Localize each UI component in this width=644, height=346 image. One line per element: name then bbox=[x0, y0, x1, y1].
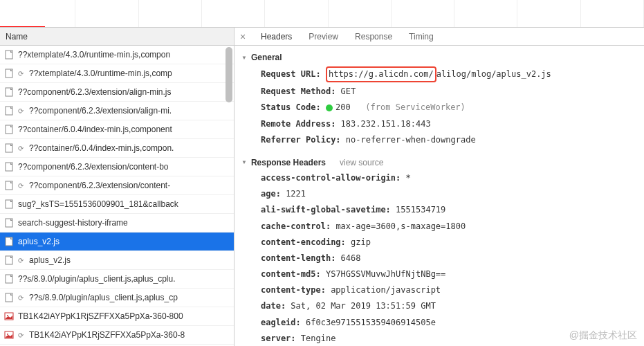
file-row[interactable]: ??xtemplate/4.3.0/runtime-min.js,compon bbox=[0, 46, 234, 64]
document-file-icon bbox=[4, 218, 14, 228]
reload-icon: ⟳ bbox=[18, 107, 26, 115]
response-header-row: age: 1221 bbox=[241, 186, 637, 202]
network-file-list-panel: Name ??xtemplate/4.3.0/runtime-min.js,co… bbox=[0, 28, 234, 346]
header-value: 1221 bbox=[281, 189, 306, 199]
header-value: 1551534719 bbox=[391, 205, 445, 215]
response-header-row: date: Sat, 02 Mar 2019 13:51:59 GMT bbox=[241, 298, 637, 314]
details-tab-bar: × HeadersPreviewResponseTiming bbox=[234, 28, 644, 46]
file-row[interactable]: ⟳??component/6.2.3/extension/align-mi. bbox=[0, 102, 234, 120]
file-label: aplus_v2.js bbox=[18, 237, 59, 246]
file-label: ??component/6.2.3/extension/align-mi. bbox=[29, 106, 172, 116]
header-value: 6468 bbox=[335, 253, 360, 263]
request-url-host-highlight: https://g.alicdn.com/ bbox=[326, 66, 436, 82]
document-file-icon bbox=[4, 69, 14, 78]
general-title: General bbox=[251, 53, 282, 62]
view-source-link[interactable]: view source bbox=[340, 158, 383, 167]
timeline-strip bbox=[0, 0, 644, 28]
header-key: eagleid: bbox=[261, 318, 301, 327]
response-header-row: eagleid: 6f0c3e9715515359406914505e bbox=[241, 315, 637, 331]
file-label: search-suggest-history-iframe bbox=[18, 218, 128, 228]
reload-icon: ⟳ bbox=[18, 257, 26, 264]
document-file-icon bbox=[4, 50, 14, 60]
file-label: ??s/8.9.0/plugin/aplus_client.js,aplus_c… bbox=[29, 293, 178, 302]
header-value: max-age=3600,s-maxage=1800 bbox=[331, 221, 466, 231]
tab-preview[interactable]: Preview bbox=[300, 28, 347, 46]
header-key: content-type: bbox=[261, 285, 326, 295]
file-row[interactable]: ??container/6.0.4/index-min.js,component bbox=[0, 120, 234, 139]
response-headers-header[interactable]: ▼ Response Headers view source bbox=[241, 155, 637, 170]
document-file-icon bbox=[4, 106, 14, 116]
file-row[interactable]: ⟳TB1K42iAYPpK1RjSZFFXXa5PpXa-360-8 bbox=[0, 326, 234, 345]
document-file-icon bbox=[4, 162, 14, 172]
header-key: ali-swift-global-savetime: bbox=[261, 205, 391, 215]
file-label: sug?_ksTS=1551536009901_181&callback bbox=[18, 199, 178, 209]
file-label: ??xtemplate/4.3.0/runtime-min.js,comp bbox=[29, 69, 172, 78]
response-header-row: content-length: 6468 bbox=[241, 251, 637, 266]
column-header-name[interactable]: Name bbox=[0, 28, 234, 46]
tab-headers[interactable]: Headers bbox=[252, 28, 300, 46]
file-row[interactable]: aplus_v2.js bbox=[0, 233, 234, 251]
document-file-icon bbox=[4, 255, 14, 265]
referrer-policy-row: Referrer Policy: no-referrer-when-downgr… bbox=[241, 132, 637, 148]
reload-icon: ⟳ bbox=[18, 182, 26, 190]
file-row[interactable]: TB1K42iAYPpK1RjSZFFXXa5PpXa-360-800 bbox=[0, 307, 234, 326]
document-file-icon bbox=[4, 125, 14, 134]
file-label: ??container/6.0.4/index-min.js,component bbox=[18, 125, 172, 134]
response-header-row: server: Tengine bbox=[241, 331, 637, 346]
file-row[interactable]: ??component/6.2.3/extension/align-min.js bbox=[0, 83, 234, 102]
document-file-icon bbox=[4, 143, 14, 153]
scrollbar-thumb[interactable] bbox=[226, 47, 232, 102]
image-file-icon bbox=[4, 330, 14, 340]
triangle-down-icon: ▼ bbox=[241, 159, 247, 165]
general-section: ▼ General Request URL: https://g.alicdn.… bbox=[241, 50, 637, 148]
header-key: content-length: bbox=[261, 253, 335, 263]
tab-timing[interactable]: Timing bbox=[401, 28, 442, 46]
file-list: ??xtemplate/4.3.0/runtime-min.js,compon⟳… bbox=[0, 46, 234, 346]
image-file-icon bbox=[4, 311, 14, 321]
file-label: ??component/6.2.3/extension/content-bo bbox=[18, 162, 169, 172]
header-key: age: bbox=[261, 189, 281, 199]
remote-address-row: Remote Address: 183.232.151.18:443 bbox=[241, 116, 637, 132]
file-row[interactable]: sug?_ksTS=1551536009901_181&callback bbox=[0, 195, 234, 214]
document-file-icon bbox=[4, 293, 14, 302]
svg-point-15 bbox=[7, 315, 8, 316]
response-headers-title: Response Headers bbox=[251, 158, 326, 167]
file-label: aplus_v2.js bbox=[29, 255, 71, 265]
reload-icon: ⟳ bbox=[18, 331, 26, 339]
document-file-icon bbox=[4, 181, 14, 190]
file-row[interactable]: ⟳??xtemplate/4.3.0/runtime-min.js,comp bbox=[0, 64, 234, 83]
request-details-panel: × HeadersPreviewResponseTiming ▼ General… bbox=[234, 28, 644, 346]
reload-icon: ⟳ bbox=[18, 70, 26, 78]
header-value: application/javascript bbox=[326, 285, 441, 295]
file-label: ??container/6.0.4/index-min.js,compon. bbox=[29, 143, 174, 153]
file-row[interactable]: ??component/6.2.3/extension/content-bo bbox=[0, 158, 234, 176]
file-row[interactable]: search-suggest-history-iframe bbox=[0, 214, 234, 233]
document-file-icon bbox=[4, 237, 14, 246]
triangle-down-icon: ▼ bbox=[241, 55, 247, 61]
svg-point-17 bbox=[7, 334, 8, 335]
file-label: ??component/6.2.3/extension/align-min.js bbox=[18, 87, 171, 97]
request-method-row: Request Method: GET bbox=[241, 84, 637, 100]
request-url-row: Request URL: https://g.alicdn.com/alilog… bbox=[241, 65, 637, 84]
file-label: ??component/6.2.3/extension/content- bbox=[29, 181, 170, 190]
header-value: gzip bbox=[346, 237, 371, 247]
file-row[interactable]: ⟳aplus_v2.js bbox=[0, 251, 234, 270]
header-value: * bbox=[401, 173, 410, 183]
file-label: ??s/8.9.0/plugin/aplus_client.js,aplus_c… bbox=[18, 274, 175, 284]
file-label: TB1K42iAYPpK1RjSZFFXXa5PpXa-360-800 bbox=[18, 311, 183, 321]
response-header-row: content-encoding: gzip bbox=[241, 235, 637, 251]
close-icon[interactable]: × bbox=[237, 31, 248, 42]
tab-response[interactable]: Response bbox=[347, 28, 401, 46]
file-label: ??xtemplate/4.3.0/runtime-min.js,compon bbox=[18, 50, 170, 60]
file-row[interactable]: ??s/8.9.0/plugin/aplus_client.js,aplus_c… bbox=[0, 270, 234, 289]
document-file-icon bbox=[4, 87, 14, 97]
file-row[interactable]: ⟳??component/6.2.3/extension/content- bbox=[0, 176, 234, 195]
general-header[interactable]: ▼ General bbox=[241, 50, 637, 65]
file-row[interactable]: ⟳??s/8.9.0/plugin/aplus_client.js,aplus_… bbox=[0, 289, 234, 307]
response-header-row: access-control-allow-origin: * bbox=[241, 170, 637, 186]
file-row[interactable]: ⟳??container/6.0.4/index-min.js,compon. bbox=[0, 139, 234, 158]
reload-icon: ⟳ bbox=[18, 145, 26, 152]
status-dot-icon bbox=[326, 104, 333, 111]
header-key: content-encoding: bbox=[261, 237, 346, 247]
status-code-row: Status Code: 200 (from ServiceWorker) bbox=[241, 100, 637, 116]
